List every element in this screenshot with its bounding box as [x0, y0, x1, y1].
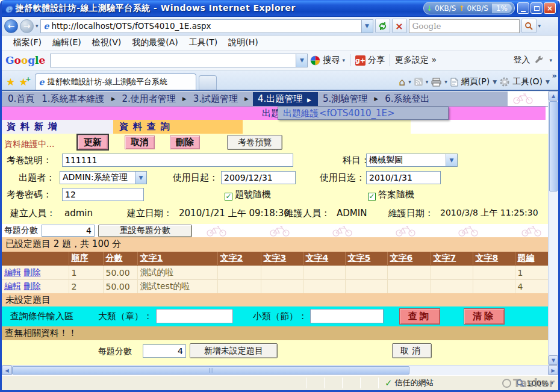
- reset-score-button[interactable]: 重設每題分數: [98, 225, 192, 237]
- clear-button[interactable]: 清除: [464, 308, 505, 325]
- submenu-item-exam-maintain[interactable]: 出題維護<fOTS4010_1E>: [283, 108, 395, 119]
- stop-button[interactable]: ×: [392, 19, 407, 33]
- printer-icon[interactable]: [431, 78, 441, 87]
- nav-user-mgmt[interactable]: 2.使用者管理: [120, 93, 178, 105]
- maximize-button[interactable]: [530, 2, 543, 14]
- nav-test-mgmt[interactable]: 5.測驗管理: [320, 93, 370, 105]
- col-text5[interactable]: 文字5: [345, 252, 387, 266]
- scroll-right-button[interactable]: ▶: [548, 366, 558, 375]
- bottom-score-input[interactable]: [143, 344, 186, 358]
- browser-tab-active[interactable]: e 捷舒軟體設計坊-線上測驗平台系統: [35, 73, 196, 90]
- horizontal-scrollbar[interactable]: ◀ ▶: [2, 365, 558, 375]
- menu-view[interactable]: 檢視(V): [87, 36, 127, 49]
- cancel-button[interactable]: 取消: [125, 135, 155, 149]
- feed-icon[interactable]: [414, 78, 423, 86]
- menu-favorites[interactable]: 我的最愛(A): [126, 36, 184, 49]
- google-more-settings[interactable]: 更多設定 »: [395, 55, 437, 66]
- section-input[interactable]: [310, 309, 384, 323]
- tab-data-add[interactable]: 資料新增: [2, 120, 113, 134]
- scroll-up-button[interactable]: ▲: [549, 91, 558, 101]
- delete-link[interactable]: 刪除: [23, 267, 40, 277]
- update-button[interactable]: 更新: [78, 135, 108, 149]
- nav-exam-mgmt-active[interactable]: 4.出題管理 ▶: [253, 92, 318, 106]
- favorites-star-icon[interactable]: ★: [4, 76, 17, 90]
- page-menu-caret[interactable]: ▼: [493, 79, 497, 85]
- url-dropdown-button[interactable]: ▼: [361, 20, 373, 33]
- google-search-caret[interactable]: ▾: [342, 57, 345, 63]
- query-button[interactable]: 查詢: [399, 308, 440, 325]
- col-seq[interactable]: 順序: [69, 252, 103, 266]
- google-search-dropdown[interactable]: ▼: [296, 54, 307, 67]
- bottom-cancel-button[interactable]: 取消: [392, 343, 432, 358]
- subject-select[interactable]: 機械製圖 ▼: [366, 154, 458, 167]
- google-search-button[interactable]: 搜尋: [323, 55, 340, 66]
- delete-button[interactable]: 刪除: [170, 135, 200, 149]
- google-share-button[interactable]: 分享: [368, 55, 385, 66]
- home-icon[interactable]: ⌂: [399, 76, 405, 88]
- col-text6[interactable]: 文字6: [387, 252, 431, 266]
- score-input[interactable]: [42, 225, 95, 237]
- nav-logout[interactable]: 6.系統登出: [382, 93, 432, 105]
- menu-file[interactable]: 檔案(F): [8, 36, 47, 49]
- password-input[interactable]: [62, 188, 144, 201]
- edit-link[interactable]: 編輯: [4, 267, 21, 277]
- author-select[interactable]: ADMIN:系統管理 ▼: [60, 171, 147, 184]
- new-tab-stub[interactable]: [199, 75, 217, 90]
- history-dropdown[interactable]: ▾: [36, 23, 39, 29]
- tools-menu-caret[interactable]: ▼: [546, 79, 550, 85]
- home-caret[interactable]: ▾: [408, 79, 411, 85]
- col-text2[interactable]: 文字2: [217, 252, 261, 266]
- random-question-checkbox[interactable]: ✓題號隨機: [225, 189, 271, 201]
- nav-system-maintain[interactable]: 1.系統基本維護: [39, 93, 107, 105]
- random-answer-checkbox[interactable]: ✓答案隨機: [368, 189, 414, 201]
- menu-tools[interactable]: 工具(T): [184, 36, 223, 49]
- add-favorite-icon[interactable]: ★+: [17, 76, 30, 90]
- col-score[interactable]: 分數: [103, 252, 137, 266]
- exam-desc-input[interactable]: [62, 154, 293, 167]
- scroll-left-button[interactable]: ◀: [2, 366, 12, 375]
- google-search-input[interactable]: ▼: [50, 54, 308, 67]
- tools-menu-button[interactable]: 工具(O): [512, 76, 543, 87]
- google-signin-button[interactable]: 登入: [513, 55, 530, 66]
- exam-preview-button[interactable]: 考卷預覽: [227, 135, 282, 150]
- col-text7[interactable]: 文字7: [431, 252, 473, 266]
- edit-link[interactable]: 編輯: [4, 281, 21, 291]
- nav-home[interactable]: 0.首頁: [5, 93, 37, 105]
- minimize-button[interactable]: [517, 2, 529, 14]
- menu-help[interactable]: 說明(H): [223, 36, 263, 49]
- col-qid[interactable]: 題編: [515, 252, 548, 266]
- nav-question-mgmt[interactable]: 3.試題管理: [191, 93, 240, 105]
- google-options-caret[interactable]: ▾: [549, 57, 552, 63]
- toolbar-search-input[interactable]: [409, 19, 520, 33]
- url-field[interactable]: e http://localhost/OTS/fOTS4010_1E.aspx …: [40, 19, 373, 33]
- close-button[interactable]: ×: [544, 2, 556, 14]
- vertical-scroll-thumb[interactable]: [549, 101, 558, 191]
- wrench-icon[interactable]: [535, 55, 544, 65]
- date-to-input[interactable]: [366, 171, 441, 184]
- toolbar-overflow-chevron[interactable]: »: [552, 71, 557, 80]
- back-button[interactable]: ←: [4, 19, 18, 33]
- col-text1[interactable]: 文字1: [137, 252, 217, 266]
- vertical-scroll-track[interactable]: [549, 192, 558, 355]
- printer-caret[interactable]: ▾: [444, 79, 447, 85]
- chapter-input[interactable]: [156, 309, 233, 323]
- search-options-dropdown[interactable]: ▾: [538, 23, 541, 29]
- forward-button[interactable]: →: [20, 19, 34, 33]
- col-text8[interactable]: 文字8: [473, 252, 515, 266]
- refresh-button[interactable]: [375, 19, 390, 33]
- add-unassigned-button[interactable]: 新增未設定題目: [190, 343, 278, 358]
- col-text3[interactable]: 文字3: [261, 252, 303, 266]
- tab-data-query[interactable]: 資料查詢: [113, 120, 243, 134]
- vertical-scrollbar[interactable]: ▲ ▼: [548, 91, 558, 365]
- feed-caret[interactable]: ▾: [426, 79, 429, 85]
- menu-edit[interactable]: 編輯(E): [47, 36, 87, 49]
- delete-link[interactable]: 刪除: [23, 281, 40, 291]
- scroll-down-button[interactable]: ▼: [549, 355, 558, 365]
- horizontal-scroll-track[interactable]: [409, 366, 548, 375]
- horizontal-scroll-thumb[interactable]: [12, 366, 409, 375]
- page-menu-button[interactable]: 網頁(P): [461, 76, 490, 87]
- search-go-button[interactable]: [521, 19, 537, 33]
- page-icon: [450, 78, 458, 87]
- date-from-input[interactable]: [221, 171, 296, 184]
- col-text4[interactable]: 文字4: [303, 252, 345, 266]
